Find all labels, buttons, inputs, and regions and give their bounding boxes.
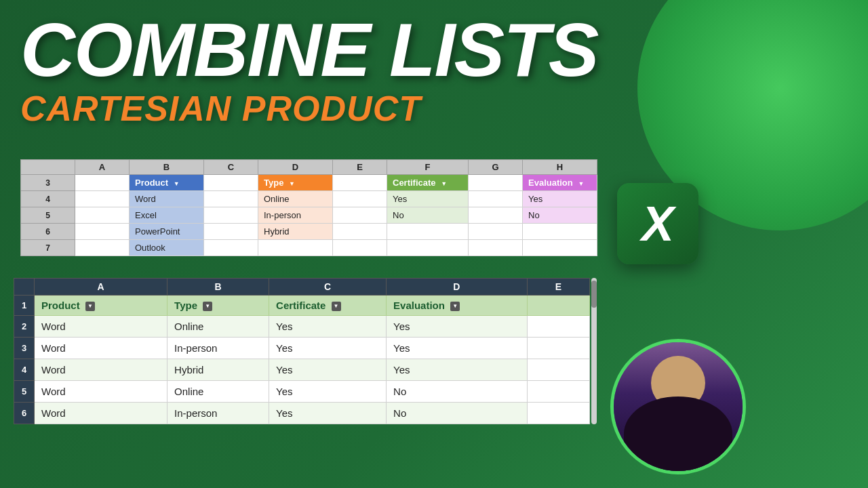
col-header-d-top: D <box>258 160 333 175</box>
bottom-spreadsheet: A B C D E 1 Product ▼ Type ▼ <box>14 278 590 424</box>
table-row: 3 Word In-person Yes Yes <box>14 338 590 359</box>
cell-product-3: Word <box>35 338 167 359</box>
empty-c4 <box>204 191 258 207</box>
cert-dropdown-icon[interactable]: ▼ <box>441 180 447 187</box>
table-row: 6 Word In-person Yes No <box>14 403 590 424</box>
product-header: Product ▼ <box>130 175 204 191</box>
row-num-4-bottom: 4 <box>14 359 35 381</box>
type-header: Type ▼ <box>258 175 333 191</box>
empty-c3 <box>204 175 258 191</box>
cert-no: No <box>387 207 469 224</box>
row-num-5-bottom: 5 <box>14 381 35 403</box>
row-num-7: 7 <box>21 240 75 256</box>
corner-cell-top <box>21 160 75 175</box>
cell-type-3: In-person <box>167 338 269 359</box>
col-header-d-bottom: D <box>387 279 528 296</box>
empty-g3 <box>469 175 523 191</box>
avatar <box>610 339 746 474</box>
row-num-2: 2 <box>14 316 35 338</box>
row-num-1: 1 <box>14 296 35 316</box>
cell-eval-3: Yes <box>387 338 528 359</box>
empty-e6 <box>333 224 387 240</box>
cell-product-5: Word <box>35 381 167 403</box>
header-cert: Certificate ▼ <box>269 296 387 316</box>
row-num-6-bottom: 6 <box>14 403 35 424</box>
eval-no: No <box>523 207 597 224</box>
empty-e3 <box>333 175 387 191</box>
col-header-f-top: F <box>387 160 469 175</box>
scrollbar-track[interactable] <box>591 278 597 424</box>
row-num-3-bottom: 3 <box>14 338 35 359</box>
col-header-h-top: H <box>523 160 597 175</box>
col-header-b-bottom: B <box>167 279 269 296</box>
col-header-a-top: A <box>75 160 130 175</box>
cell-empty-3 <box>527 338 589 359</box>
col-header-a-bottom: A <box>35 279 167 296</box>
cell-product-2: Word <box>35 316 167 338</box>
filter-cert-icon[interactable]: ▼ <box>332 302 341 311</box>
filter-eval-icon[interactable]: ▼ <box>450 302 460 311</box>
cert-header: Certificate ▼ <box>387 175 469 191</box>
table-row: 7 Outlook <box>21 240 597 256</box>
cell-type-4: Hybrid <box>167 359 269 381</box>
scrollbar-thumb[interactable] <box>591 281 597 308</box>
top-spreadsheet: A B C D E F G H 3 Product ▼ Type <box>20 159 678 256</box>
cell-cert-3: Yes <box>269 338 387 359</box>
cell-type-5: Online <box>167 381 269 403</box>
cell-empty-4 <box>527 359 589 381</box>
table-row: 5 Word Online Yes No <box>14 381 590 403</box>
table-row: 4 Word Hybrid Yes Yes <box>14 359 590 381</box>
empty-h6 <box>523 224 597 240</box>
col-header-c-top: C <box>204 160 258 175</box>
cell-empty-5 <box>527 381 589 403</box>
type-inperson: In-person <box>258 207 333 224</box>
eval-dropdown-icon[interactable]: ▼ <box>578 180 584 187</box>
empty-f6 <box>387 224 469 240</box>
table-row: 1 Product ▼ Type ▼ Certificate ▼ Evalua <box>14 296 590 316</box>
col-header-g-top: G <box>469 160 523 175</box>
type-dropdown-icon[interactable]: ▼ <box>289 180 295 187</box>
empty-a6 <box>75 224 130 240</box>
cell-eval-2: Yes <box>387 316 528 338</box>
cell-cert-6: Yes <box>269 403 387 424</box>
empty-e4 <box>333 191 387 207</box>
cell-type-2: Online <box>167 316 269 338</box>
empty-g6 <box>469 224 523 240</box>
empty-e7 <box>333 240 387 256</box>
header-type: Type ▼ <box>167 296 269 316</box>
corner-cell-bottom <box>14 279 35 296</box>
table-row: 4 Word Online Yes Yes <box>21 191 597 207</box>
col-header-e-bottom: E <box>527 279 589 296</box>
eval-yes: Yes <box>523 191 597 207</box>
empty-f7 <box>387 240 469 256</box>
cell-empty-6 <box>527 403 589 424</box>
empty-c6 <box>204 224 258 240</box>
cell-product-4: Word <box>35 359 167 381</box>
empty-g5 <box>469 207 523 224</box>
cell-type-6: In-person <box>167 403 269 424</box>
empty-c5 <box>204 207 258 224</box>
col-header-b-top: B <box>130 160 204 175</box>
sub-title: CARTESIAN PRODUCT <box>20 91 597 126</box>
product-word: Word <box>130 191 204 207</box>
empty-a5 <box>75 207 130 224</box>
table-row: 3 Product ▼ Type ▼ Certificate ▼ <box>21 175 597 191</box>
product-dropdown-icon[interactable]: ▼ <box>174 180 180 187</box>
row-num-4: 4 <box>21 191 75 207</box>
filter-product-icon[interactable]: ▼ <box>85 302 95 311</box>
cell-cert-5: Yes <box>269 381 387 403</box>
col-header-e-top: E <box>333 160 387 175</box>
header-empty-e <box>527 296 589 316</box>
main-title: COMBINE LISTS <box>20 12 597 88</box>
empty-h7 <box>523 240 597 256</box>
cell-product-6: Word <box>35 403 167 424</box>
row-num-5: 5 <box>21 207 75 224</box>
cell-eval-6: No <box>387 403 528 424</box>
empty-d7 <box>258 240 333 256</box>
eval-header: Evaluation ▼ <box>523 175 597 191</box>
row-num-3: 3 <box>21 175 75 191</box>
cell-cert-2: Yes <box>269 316 387 338</box>
cell-empty-2 <box>527 316 589 338</box>
product-outlook: Outlook <box>130 240 204 256</box>
filter-type-icon[interactable]: ▼ <box>203 302 212 311</box>
